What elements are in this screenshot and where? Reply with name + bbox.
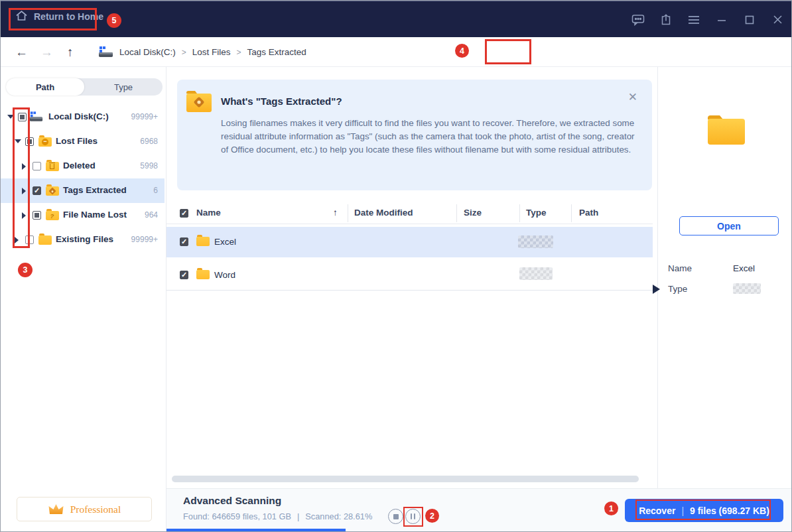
table-header: Name ↑ Date Modified Size Type Path [166,203,653,224]
tree-item-existing-files[interactable]: Existing Files 99999+ [1,228,165,252]
checkbox[interactable] [33,211,41,220]
column-header-size[interactable]: Size [464,208,482,218]
expand-arrow-icon[interactable] [22,212,26,219]
redacted-type-value [733,283,761,294]
column-divider [519,204,520,222]
checkbox[interactable] [180,237,188,246]
expand-arrow-icon[interactable] [15,237,19,243]
breadcrumb-separator: > [237,48,241,57]
file-name: Excel [214,237,236,247]
stop-button[interactable] [388,509,403,524]
checkbox[interactable] [180,271,188,279]
menu-icon[interactable] [687,13,701,27]
scan-found: Found: 646659 files, 101 GB [183,511,291,521]
tree-item-deleted[interactable]: Deleted 5998 [1,154,165,178]
close-icon[interactable]: ✕ [628,90,637,104]
folder-tag-icon [185,90,213,116]
app-window: Return to Home [0,0,792,532]
file-row-excel[interactable]: Excel [166,227,653,257]
tree-item-count: 6968 [140,137,158,146]
breadcrumb: Local Disk(C:) > Lost Files > Tags Extra… [99,37,306,67]
recover-button[interactable]: Recover | 9 files (698.27 KB) [625,499,783,522]
open-button[interactable]: Open [679,216,779,235]
professional-button[interactable]: Professional [17,497,152,521]
checkbox[interactable] [25,235,34,244]
sort-ascending-icon[interactable]: ↑ [333,208,338,218]
breadcrumb-item[interactable]: Local Disk(C:) [119,47,176,57]
folder-icon [38,235,52,245]
breadcrumb-separator: > [182,48,186,57]
column-divider [348,204,348,222]
redacted-type-value [518,235,553,248]
scan-progress-bar [166,529,792,532]
expand-arrow-icon[interactable] [7,115,14,119]
folder-minus-icon: − [38,137,52,147]
feedback-chat-icon[interactable] [631,13,645,27]
disk-icon [99,46,113,58]
preview-name-label: Name [668,263,692,273]
breadcrumb-item[interactable]: Tags Extracted [247,47,306,57]
back-button[interactable]: ← [15,37,28,67]
close-button[interactable] [770,13,785,27]
checkbox[interactable] [25,137,34,146]
preview-folder-icon [706,113,747,149]
column-header-date-modified[interactable]: Date Modified [354,208,413,218]
pause-button[interactable] [405,509,421,524]
info-panel-body: Losing filenames makes it very difficult… [221,117,641,156]
checkbox[interactable] [33,186,41,195]
disk-icon [30,111,43,125]
tab-path[interactable]: Path [6,78,84,96]
file-list-region: What's "Tags Extracted"? Losing filename… [166,67,657,488]
horizontal-scrollbar[interactable] [172,476,639,482]
folder-trash-icon [46,162,59,171]
folder-tag-icon [46,186,59,196]
tree-item-file-name-lost[interactable]: ? File Name Lost 964 [1,203,165,228]
checkbox[interactable] [33,162,41,170]
expand-arrow-icon[interactable] [22,163,26,170]
up-button[interactable]: ↑ [67,37,74,67]
tree-item-label: Existing Files [56,234,113,244]
statusbar: Advanced Scanning Found: 646659 files, 1… [166,488,792,532]
tree-item-label: Deleted [63,161,96,170]
upgrade-share-icon[interactable] [659,13,673,27]
sidebar: Path Type Local Disk(C:) 99999+ − Lost F… [1,67,166,532]
toolbar: ← → ↑ Local Disk(C:) > Lost Files > Tags… [1,37,792,67]
scan-stats: Found: 646659 files, 101 GB | Scanned: 2… [183,511,372,521]
crown-icon [48,503,64,515]
folder-question-icon: ? [46,211,59,220]
column-divider [456,204,457,222]
expand-arrow-icon[interactable] [15,139,21,143]
column-header-name[interactable]: Name [196,208,221,218]
recover-detail: 9 files (698.27 KB) [690,505,769,516]
tree-item-tags-extracted[interactable]: Tags Extracted 6 [1,178,165,203]
tree-item-lost-files[interactable]: − Lost Files 6968 [1,129,165,154]
recover-label: Recover [639,505,675,516]
column-header-path[interactable]: Path [579,208,598,218]
forward-button[interactable]: → [40,37,53,67]
column-divider [571,204,572,222]
checkbox[interactable] [18,113,27,121]
preview-collapse-handle[interactable] [653,285,660,294]
return-home-label: Return to Home [34,11,103,22]
tree-item-label: Lost Files [56,136,98,146]
sidebar-tab-switcher: Path Type [6,78,163,96]
preview-type-label: Type [668,284,687,294]
preview-name-value: Excel [733,263,755,273]
expand-arrow-icon[interactable] [22,188,26,194]
tab-type[interactable]: Type [84,78,163,96]
file-row-word[interactable]: Word [166,260,653,291]
return-home-button[interactable]: Return to Home [15,10,103,23]
professional-label: Professional [70,503,121,515]
breadcrumb-item[interactable]: Lost Files [192,47,231,57]
scan-percent: Scanned: 28.61% [305,511,372,521]
select-all-checkbox[interactable] [180,209,188,218]
minimize-button[interactable] [714,13,729,27]
redacted-type-value [519,267,553,280]
info-panel-title: What's "Tags Extracted"? [221,96,342,107]
tree-item-local-disk[interactable]: Local Disk(C:) 99999+ [1,105,165,129]
tree-item-count: 964 [145,210,158,220]
tree-item-label: Tags Extracted [63,185,127,195]
maximize-button[interactable] [742,13,757,27]
file-name: Word [214,270,235,280]
column-header-type[interactable]: Type [526,208,547,218]
